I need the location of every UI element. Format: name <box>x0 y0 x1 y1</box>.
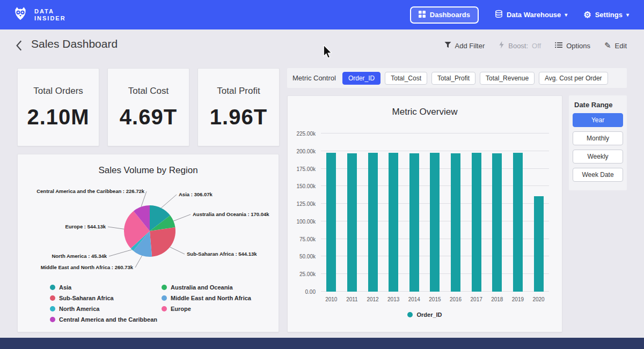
metric-button-total-revenue[interactable]: Total_Revenue <box>480 72 535 85</box>
nav-data-warehouse[interactable]: Data Warehouse ▾ <box>495 10 567 20</box>
chevron-down-icon: ▾ <box>565 12 567 18</box>
legend-item-asia[interactable]: Asia <box>50 284 157 291</box>
brand-line1: DATA <box>34 8 66 15</box>
bar-legend-label: Order_ID <box>416 311 442 318</box>
options-button[interactable]: Options <box>555 42 590 50</box>
pie-label-middle-east-and-north-africa: Middle East and North Africa : 260.73k <box>41 264 134 270</box>
pie-leader-line <box>173 214 191 221</box>
add-filter-button[interactable]: Add Filter <box>444 41 485 50</box>
legend-item-north-america[interactable]: North America <box>50 306 157 312</box>
bar-rect <box>492 153 502 292</box>
pie-leader-line <box>108 227 124 229</box>
legend-label: Europe <box>171 306 191 312</box>
options-list-icon <box>555 42 562 50</box>
kpi-value: 4.69T <box>120 105 177 129</box>
kpi-value: 1.96T <box>210 105 267 129</box>
bar-2019[interactable]: 2019 <box>511 133 524 292</box>
kpi-card-total-cost: Total Cost 4.69T <box>107 68 189 146</box>
bar-2020[interactable]: 2020 <box>532 133 545 292</box>
bar-rect <box>472 153 481 292</box>
kpi-label: Total Cost <box>128 86 169 96</box>
dashboards-grid-icon <box>419 11 426 19</box>
metric-button-order-id[interactable]: Order_ID <box>342 72 380 85</box>
date-range-button-year[interactable]: Year <box>573 113 623 127</box>
metric-control-label: Metric Control <box>292 74 336 82</box>
pie-label-asia: Asia : 306.07k <box>179 191 213 197</box>
bar-rect <box>451 153 460 292</box>
y-axis-tick: 100.00k <box>296 218 316 224</box>
bar-rect <box>534 196 544 292</box>
nav-settings-label: Settings <box>595 11 623 19</box>
bar-2016[interactable]: 2016 <box>449 133 462 292</box>
y-axis-tick: 75.00k <box>299 236 316 242</box>
bar-legend-item[interactable]: Order_ID <box>288 311 562 318</box>
bar-2011[interactable]: 2011 <box>346 133 358 292</box>
x-axis-tick: 2012 <box>367 296 378 302</box>
legend-item-middle-east-and-north-africa[interactable]: Middle East and North Africa <box>162 295 264 301</box>
kpi-card-total-orders: Total Orders 2.10M <box>17 68 99 146</box>
boost-icon <box>499 41 504 50</box>
x-axis-tick: 2013 <box>387 296 399 302</box>
bar-rect <box>326 153 336 292</box>
pie-label-north-america: North America : 45.34k <box>52 253 107 259</box>
gear-icon: ⚙ <box>583 11 591 19</box>
legend-dot <box>50 285 55 290</box>
database-icon <box>495 10 503 20</box>
x-axis-tick: 2016 <box>450 296 462 302</box>
bar-rect <box>368 153 378 292</box>
y-axis-tick: 175.00k <box>296 166 316 172</box>
x-axis-tick: 2015 <box>429 296 441 302</box>
y-axis-tick: 0.00 <box>305 289 316 295</box>
pie-leader-line <box>135 256 142 268</box>
date-range-button-weekly[interactable]: Weekly <box>573 150 623 164</box>
metric-button-total-profit[interactable]: Total_Profit <box>431 72 475 85</box>
legend-label: Central America and the Caribbean <box>59 316 157 323</box>
bar-rect <box>347 153 357 292</box>
bar-rect <box>389 153 398 292</box>
bar-rect <box>513 153 523 292</box>
legend-item-australia-and-oceania[interactable]: Australia and Oceania <box>162 284 264 291</box>
nav-settings[interactable]: ⚙ Settings ▾ <box>583 11 629 19</box>
y-axis-tick: 25.00k <box>299 271 316 277</box>
legend-item-sub-saharan-africa[interactable]: Sub-Saharan Africa <box>50 295 157 301</box>
pie-label-sub-saharan-africa: Sub-Saharan Africa : 544.13k <box>187 251 257 257</box>
edit-label: Edit <box>615 42 627 50</box>
y-axis-tick: 125.00k <box>296 201 316 207</box>
legend-label: Asia <box>59 284 71 291</box>
back-button[interactable] <box>15 40 24 54</box>
legend-label: Australia and Oceania <box>171 284 233 291</box>
edit-button[interactable]: ✎ Edit <box>604 41 627 50</box>
legend-item-central-america-and-the-caribbean[interactable]: Central America and the Caribbean <box>50 316 157 323</box>
date-range-button-monthly[interactable]: Monthly <box>573 131 623 145</box>
boost-label: Boost: <box>508 42 528 50</box>
bar-2012[interactable]: 2012 <box>367 133 379 292</box>
pie-leader-line <box>161 195 177 208</box>
bar-2017[interactable]: 2017 <box>470 133 483 292</box>
kpi-value: 2.10M <box>27 105 89 129</box>
bar-plot: 0.0025.00k50.00k75.00k100.00k125.00k150.… <box>321 133 549 292</box>
legend-dot <box>162 295 167 301</box>
legend-item-europe[interactable]: Europe <box>162 306 264 312</box>
pie-chart: Asia : 306.07kAustralia and Oceania : 17… <box>18 180 280 281</box>
date-range-button-week-date[interactable]: Week Date <box>573 168 623 182</box>
bar-2015[interactable]: 2015 <box>428 133 441 292</box>
metric-button-total-cost[interactable]: Total_Cost <box>385 72 427 85</box>
boost-toggle[interactable]: Boost: Off <box>499 41 541 50</box>
x-axis-tick: 2010 <box>325 296 337 302</box>
nav-dashboards-button[interactable]: Dashboards <box>410 6 479 24</box>
bar-2018[interactable]: 2018 <box>491 133 503 292</box>
metric-button-avg-cost-per-order[interactable]: Avg. Cost per Order <box>539 72 608 85</box>
x-axis-tick: 2018 <box>491 296 503 302</box>
pie-slice-sub-saharan-africa[interactable] <box>150 227 175 257</box>
sales-dashboard-screen: DATA INSIDER Dashboards <box>0 0 644 349</box>
bar-2013[interactable]: 2013 <box>387 133 400 292</box>
bar-2014[interactable]: 2014 <box>408 133 421 292</box>
brand-logo[interactable]: DATA INSIDER <box>12 5 66 25</box>
bar-2010[interactable]: 2010 <box>325 133 338 292</box>
metric-control-strip: Metric Control Order_IDTotal_CostTotal_P… <box>287 68 627 88</box>
x-axis-tick: 2014 <box>408 296 420 302</box>
legend-dot <box>50 306 55 311</box>
chevron-down-icon: ▾ <box>626 12 629 18</box>
date-range-label: Date Range <box>574 101 623 109</box>
bar-rect <box>409 153 419 292</box>
